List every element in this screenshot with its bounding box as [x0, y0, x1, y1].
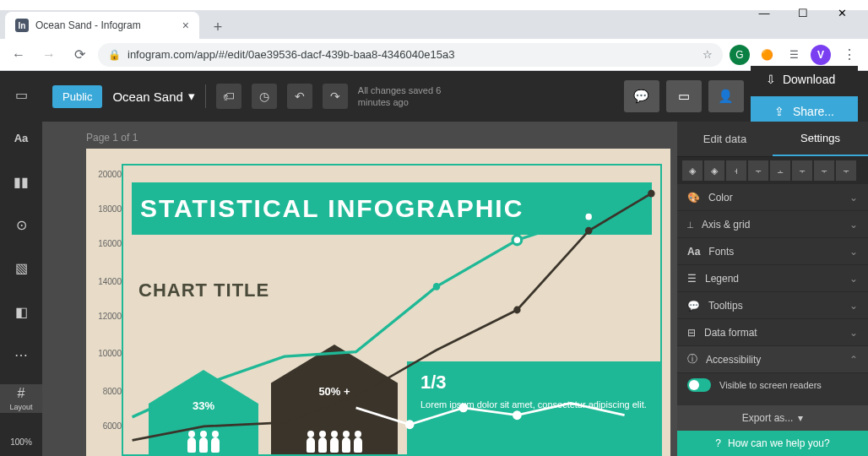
section-fonts[interactable]: AaFonts⌄ [677, 238, 868, 265]
save-status: All changes saved 6 minutes ago [358, 84, 468, 109]
tooltip-icon: 💬 [687, 300, 700, 312]
chevron-up-icon: ⌃ [849, 354, 858, 366]
right-panel: Edit data Settings ◈ ◈ ⫞ ⫟ ⫠ ⫟ ⫟ ⫟ 🎨Colo… [677, 122, 868, 456]
text-callout[interactable]: 1/3 Lorem ipsum dolor sit amet, consecte… [407, 361, 660, 454]
y-axis: 20000 18000 16000 14000 12000 10000 8000… [91, 166, 125, 454]
lock-icon: 🔒 [108, 49, 121, 61]
extension-2[interactable]: 🟠 [757, 45, 777, 65]
share-icon: ⇪ [774, 105, 784, 118]
align-center-icon[interactable]: ⫟ [748, 160, 768, 181]
page-indicator: Page 1 of 1 [86, 132, 138, 144]
tool-layout[interactable]: # Layout [0, 384, 42, 412]
tool-map[interactable]: ⊙ [0, 211, 42, 239]
left-toolbar: ▭ Aa ▮▮ ⊙ ▧ ◧ ⋯ # Layout 100% [0, 71, 42, 456]
star-icon[interactable]: ☆ [703, 48, 713, 61]
redo-button[interactable]: ↷ [323, 84, 348, 109]
visible-screen-readers[interactable]: Visible to screen readers [677, 373, 868, 397]
layer-front-icon[interactable]: ◈ [704, 160, 724, 181]
history-button[interactable]: ◷ [252, 84, 277, 109]
layer-back-icon[interactable]: ◈ [682, 160, 703, 181]
palette-icon: 🎨 [687, 192, 700, 204]
svg-point-3 [513, 307, 520, 314]
document-title[interactable]: Ocean Sand ▾ [112, 89, 194, 104]
tool-text[interactable]: Aa [0, 124, 42, 152]
help-button[interactable]: ?How can we help you? [677, 431, 868, 456]
house-shape-2[interactable]: 50% + [271, 345, 398, 454]
house-shape-1[interactable]: 33% [149, 370, 258, 454]
font-icon: Aa [687, 246, 700, 258]
chevron-down-icon: ⌄ [849, 219, 858, 231]
accessibility-icon: ⓘ [687, 352, 697, 366]
section-axis[interactable]: ⟂Axis & grid⌄ [677, 211, 868, 238]
window-close[interactable]: ✕ [822, 0, 861, 25]
chevron-down-icon: ⌄ [849, 327, 858, 339]
tool-shape[interactable]: ◧ [0, 298, 42, 326]
chevron-down-icon: ⌄ [849, 300, 858, 312]
section-accessibility[interactable]: ⓘAccessibility⌃ [677, 346, 868, 373]
chevron-down-icon: ⌄ [849, 246, 858, 258]
share-people-button[interactable]: 👤 [708, 80, 744, 112]
svg-point-1 [513, 236, 522, 245]
export-as-button[interactable]: Export as...▾ [677, 405, 868, 431]
present-button[interactable]: ▭ [666, 80, 702, 112]
download-button[interactable]: ⇩ Download [751, 66, 858, 93]
chevron-down-icon: ⌄ [849, 273, 858, 285]
svg-point-0 [433, 283, 440, 290]
grid-icon: # [18, 386, 25, 401]
browser-tab[interactable]: In Ocean Sand - Infogram × [5, 12, 199, 39]
tab-edit-data[interactable]: Edit data [677, 122, 773, 156]
align-top-icon[interactable]: ⫟ [792, 160, 812, 181]
help-icon: ? [715, 437, 721, 449]
chevron-down-icon: ⌄ [849, 192, 858, 204]
comment-button[interactable]: 💬 [624, 80, 659, 112]
reload-button[interactable]: ⟳ [68, 43, 91, 67]
align-left-icon[interactable]: ⫞ [726, 160, 746, 181]
canvas[interactable]: Page 1 of 1 20000 18000 16000 14000 1200… [42, 122, 677, 456]
profile-avatar[interactable]: V [811, 45, 831, 65]
section-legend[interactable]: ☰Legend⌄ [677, 265, 868, 292]
infographic-title[interactable]: STATISTICAL INFOGRAPHIC [132, 182, 652, 235]
toggle-switch[interactable] [687, 378, 711, 392]
layout-label: Layout [9, 403, 32, 411]
zoom-level[interactable]: 100% [0, 428, 42, 456]
extension-grammarly[interactable]: G [730, 45, 750, 65]
tag-button[interactable]: 🏷 [216, 84, 241, 109]
download-icon: ⇩ [766, 73, 776, 86]
tool-more[interactable]: ⋯ [0, 341, 42, 369]
chart-selection[interactable]: 20000 18000 16000 14000 12000 10000 8000… [122, 164, 662, 456]
back-button[interactable]: ← [7, 43, 30, 67]
url-text: infogram.com/app/#/edit/0ae39536-dacf-43… [127, 48, 454, 61]
tab-close-icon[interactable]: × [182, 19, 189, 32]
section-dataformat[interactable]: ⊟Data format⌄ [677, 319, 868, 346]
axis-icon: ⟂ [687, 219, 693, 231]
tool-presentation[interactable]: ▭ [0, 81, 42, 109]
align-toolbar: ◈ ◈ ⫞ ⫟ ⫠ ⫟ ⫟ ⫟ [677, 157, 868, 184]
undo-button[interactable]: ↶ [287, 84, 312, 109]
chevron-down-icon: ▾ [188, 89, 195, 104]
tab-settings[interactable]: Settings [773, 122, 868, 156]
tab-strip: In Ocean Sand - Infogram × + [0, 10, 868, 39]
new-tab-button[interactable]: + [206, 15, 230, 39]
url-box[interactable]: 🔒 infogram.com/app/#/edit/0ae39536-dacf-… [98, 43, 723, 67]
menu-button[interactable]: ⋮ [838, 43, 861, 67]
visibility-badge[interactable]: Public [52, 85, 102, 108]
chart-title[interactable]: CHART TITLE [138, 280, 269, 301]
window-maximize[interactable]: ☐ [784, 0, 822, 25]
align-middle-icon[interactable]: ⫟ [814, 160, 834, 181]
tab-favicon: In [15, 19, 29, 32]
align-bottom-icon[interactable]: ⫟ [836, 160, 856, 181]
section-tooltips[interactable]: 💬Tooltips⌄ [677, 292, 868, 319]
reading-list-icon[interactable]: ☰ [784, 45, 804, 65]
window-minimize[interactable]: — [745, 0, 784, 25]
tab-title: Ocean Sand - Infogram [35, 19, 141, 31]
tool-chart[interactable]: ▮▮ [0, 168, 42, 196]
page[interactable]: 20000 18000 16000 14000 12000 10000 8000… [86, 149, 670, 456]
forward-button[interactable]: → [37, 43, 61, 67]
tool-image[interactable]: ▧ [0, 254, 42, 282]
align-right-icon[interactable]: ⫠ [770, 160, 790, 181]
section-color[interactable]: 🎨Color⌄ [677, 184, 868, 211]
legend-icon: ☰ [687, 273, 697, 285]
format-icon: ⊟ [687, 327, 696, 339]
top-bar: Public Ocean Sand ▾ 🏷 ◷ ↶ ↷ All changes … [42, 71, 868, 122]
chevron-down-icon: ▾ [798, 412, 803, 424]
